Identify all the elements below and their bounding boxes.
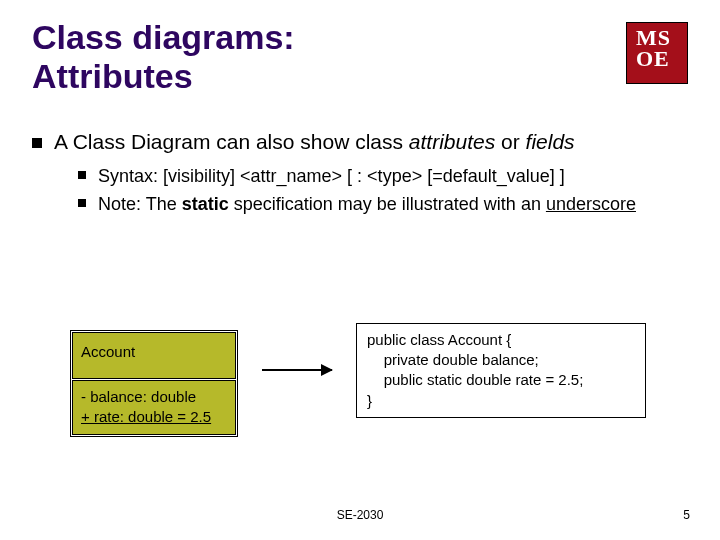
code-l2: private double balance;	[367, 351, 539, 368]
java-code-box: public class Account { private double ba…	[356, 323, 646, 418]
uml-class-box: Account - balance: double + rate: double…	[70, 330, 238, 437]
bullet-main-em2: fields	[526, 130, 575, 153]
sub2-bold: static	[182, 194, 229, 214]
code-l1: public class Account {	[367, 331, 511, 348]
bullet-main-pre: A Class Diagram can also show class	[54, 130, 409, 153]
bullet-main-mid: or	[495, 130, 525, 153]
bullet-icon	[32, 138, 42, 148]
sub2-mid: specification may be illustrated with an	[229, 194, 546, 214]
slide-title: Class diagrams: Attributes	[32, 18, 295, 96]
uml-class-name: Account	[72, 332, 236, 379]
uml-attributes: - balance: double + rate: double = 2.5	[72, 380, 236, 435]
title-line2: Attributes	[32, 57, 193, 95]
uml-attr-1: - balance: double	[81, 387, 227, 407]
sub2-under: underscore	[546, 194, 636, 214]
sub-bullet-list: Syntax: [visibility] <attr_name> [ : <ty…	[78, 164, 688, 217]
bullet-icon	[78, 171, 86, 179]
footer-page-number: 5	[683, 508, 690, 522]
msoe-logo: MS OE	[626, 22, 688, 84]
bullet-main-em1: attributes	[409, 130, 495, 153]
diagram-area: Account - balance: double + rate: double…	[70, 330, 646, 437]
title-line1: Class diagrams:	[32, 18, 295, 56]
sub-bullet-2: Note: The static specification may be il…	[78, 192, 688, 216]
footer-course: SE-2030	[337, 508, 384, 522]
bullet-main: A Class Diagram can also show class attr…	[32, 130, 688, 154]
arrow-icon	[262, 369, 332, 371]
code-l3: public static double rate = 2.5;	[367, 371, 583, 388]
sub-bullet-1: Syntax: [visibility] <attr_name> [ : <ty…	[78, 164, 688, 188]
sub2-pre: Note: The	[98, 194, 182, 214]
bullet-icon	[78, 199, 86, 207]
sub-bullet-1-text: Syntax: [visibility] <attr_name> [ : <ty…	[98, 164, 565, 188]
logo-line2: OE	[636, 46, 670, 71]
uml-attr-2: + rate: double = 2.5	[81, 407, 227, 427]
code-l4: }	[367, 392, 372, 409]
